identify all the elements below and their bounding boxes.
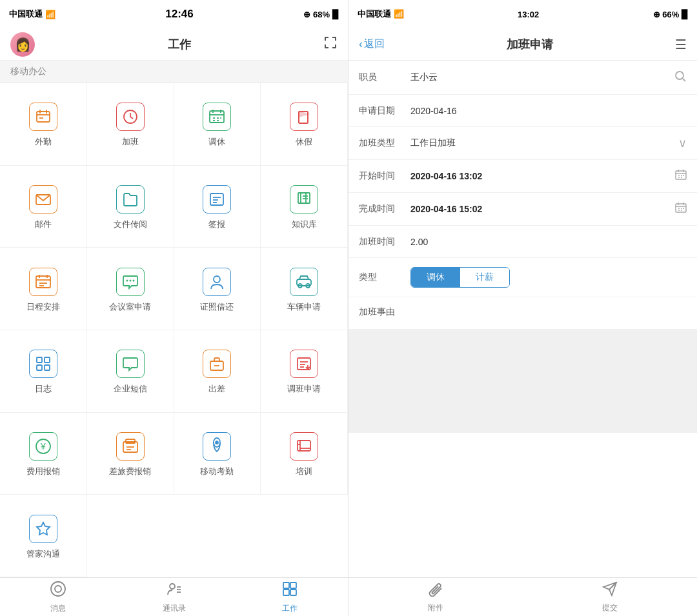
richeng-label: 日程安排	[26, 301, 60, 313]
time-left: 12:46	[165, 8, 193, 21]
right-panel: 中国联通 📶 13:02 ⊕ 66% ▉ ‹ 返回 加班申请 ☰ 职员 王小云	[348, 0, 697, 616]
app-guanjia[interactable]: 管家沟通	[0, 495, 87, 577]
jiaban-label: 加班	[122, 136, 139, 148]
avatar[interactable]: 👩	[10, 32, 35, 57]
svg-rect-59	[126, 439, 135, 443]
youjian-label: 邮件	[35, 219, 52, 230]
svg-point-68	[51, 582, 65, 596]
app-richeng[interactable]: 日程安排	[0, 248, 87, 330]
reason-textarea-area[interactable]	[348, 330, 697, 433]
nav-contacts[interactable]: 通讯录	[116, 581, 232, 614]
app-chalv[interactable]: 差旅费报销	[87, 413, 174, 495]
zhengzhao-icon	[203, 268, 231, 296]
toggle-jixin[interactable]: 计薪	[460, 268, 509, 287]
chevron-left-icon: ‹	[359, 37, 363, 51]
back-button[interactable]: ‹ 返回	[359, 37, 385, 51]
type-toggle: 调休 计薪	[410, 267, 510, 288]
status-bar-left: 中国联通 📶 12:46 ⊕ 68% ▉	[0, 0, 348, 28]
location-icon-left: ⊕	[303, 10, 310, 19]
app-rizhi[interactable]: 日志	[0, 330, 87, 413]
type-label: 加班类型	[359, 137, 410, 149]
toggle-tiaoxiu[interactable]: 调休	[411, 268, 460, 287]
submit-label: 提交	[602, 602, 618, 613]
header-left: 👩 工作	[0, 28, 348, 61]
end-label: 完成时间	[359, 203, 410, 215]
xiujia-icon	[290, 103, 318, 131]
app-feiyong[interactable]: ¥ 费用报销	[0, 413, 87, 495]
svg-point-70	[170, 584, 175, 589]
app-zhengzhao[interactable]: 证照借还	[174, 248, 261, 330]
app-cheliang[interactable]: 车辆申请	[261, 248, 348, 330]
work-nav-icon	[281, 581, 298, 601]
qiyeduanxin-label: 企业短信	[114, 383, 147, 395]
app-chuchai[interactable]: 出差	[174, 330, 261, 413]
message-nav-icon	[50, 581, 66, 601]
app-jiaban[interactable]: 加班	[87, 83, 174, 166]
duration-label: 加班时间	[359, 236, 410, 248]
search-icon[interactable]	[674, 70, 687, 85]
app-waiqin[interactable]: 外勤	[0, 83, 87, 166]
svg-point-69	[55, 586, 61, 592]
bottom-nav: 消息 通讯录	[0, 577, 348, 616]
app-tiaoxiu[interactable]: 调休	[174, 83, 261, 166]
svg-rect-26	[298, 193, 306, 203]
app-youjian[interactable]: 邮件	[0, 166, 87, 248]
waiqin-icon	[29, 103, 57, 131]
svg-text:¥: ¥	[40, 441, 46, 452]
wenjian-label: 文件传阅	[114, 219, 147, 230]
header-right: ‹ 返回 加班申请 ☰	[348, 28, 697, 61]
wenjian-icon	[116, 185, 145, 214]
type-value-container[interactable]: 工作日加班 ∨	[410, 136, 687, 150]
app-huiyi[interactable]: 会议室申请	[87, 248, 174, 330]
rizhi-icon	[29, 350, 57, 378]
diaoban-icon	[290, 350, 318, 378]
svg-point-39	[214, 276, 220, 283]
end-value: 2020-04-16 15:02	[410, 204, 675, 214]
fullscreen-icon[interactable]	[323, 35, 338, 53]
qianbao-label: 签报	[208, 219, 225, 230]
app-xiujia[interactable]: 休假	[261, 83, 348, 166]
contacts-nav-icon	[166, 581, 183, 601]
page-title-left: 工作	[168, 37, 191, 52]
page-title-right: 加班申请	[507, 37, 553, 52]
diaoban-label: 调班申请	[287, 383, 321, 395]
feiyong-icon: ¥	[29, 432, 57, 461]
nav-message[interactable]: 消息	[0, 581, 116, 614]
signal-left: 中国联通 📶	[9, 8, 56, 20]
app-diaoban[interactable]: 调班申请	[261, 330, 348, 413]
app-zhishiku[interactable]: 知识库	[261, 166, 348, 248]
submit-icon	[602, 581, 618, 601]
attachment-button[interactable]: 附件	[348, 581, 523, 613]
chalv-label: 差旅费报销	[109, 466, 151, 477]
date-label: 申请日期	[359, 105, 410, 117]
app-qianbao[interactable]: 签报	[174, 166, 261, 248]
svg-line-79	[683, 79, 685, 81]
nav-work[interactable]: 工作	[232, 581, 348, 614]
zhishiku-icon	[290, 185, 318, 214]
end-value-container[interactable]: 2020-04-16 15:02	[410, 202, 687, 216]
svg-rect-0	[37, 112, 50, 122]
svg-rect-77	[290, 590, 296, 595]
nav-work-label: 工作	[282, 603, 298, 614]
start-value-container[interactable]: 2020-04-16 13:02	[410, 169, 687, 183]
left-panel: 中国联通 📶 12:46 ⊕ 68% ▉ 👩 工作 移动办公	[0, 0, 348, 616]
app-wenjian[interactable]: 文件传阅	[87, 166, 174, 248]
submit-button[interactable]: 提交	[523, 581, 697, 613]
category-row: 类型 调休 计薪	[348, 258, 697, 297]
menu-icon[interactable]: ☰	[675, 37, 687, 52]
duration-value: 2.00	[410, 237, 687, 247]
type-row: 加班类型 工作日加班 ∨	[348, 127, 697, 160]
duration-row: 加班时间 2.00	[348, 226, 697, 258]
signal-right: 中国联通 📶	[358, 8, 404, 20]
guanjia-icon	[29, 515, 57, 543]
app-kaoqin[interactable]: 移动考勤	[174, 413, 261, 495]
app-qiyeduanxin[interactable]: 企业短信	[87, 330, 174, 413]
date-value: 2020-04-16	[410, 106, 687, 116]
svg-rect-27	[301, 193, 310, 203]
svg-line-7	[130, 117, 133, 119]
svg-rect-46	[45, 365, 50, 370]
wifi-icon-left: 📶	[45, 10, 56, 19]
svg-point-78	[676, 72, 683, 79]
richeng-icon	[29, 268, 57, 296]
app-peixun[interactable]: 培训	[261, 413, 348, 495]
